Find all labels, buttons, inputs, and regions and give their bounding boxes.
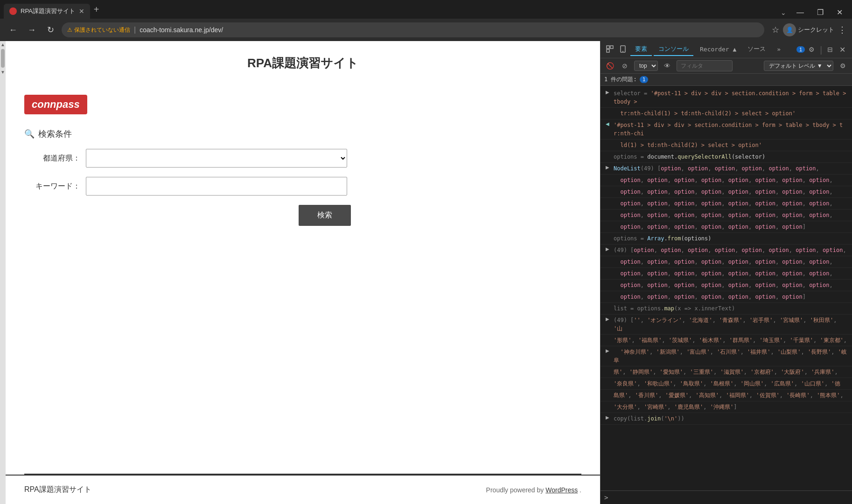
devtools-badge-button[interactable]: 1: [796, 46, 805, 53]
scroll-down-arrow[interactable]: ▼: [0, 70, 5, 75]
prefecture-row: 都道府県： オンライン 北海道 青森県 岩手県 宮城県 秋田県 山形県 福島県 …: [24, 149, 581, 168]
maximize-button[interactable]: ❐: [811, 6, 829, 19]
profile-button[interactable]: 👤: [783, 23, 796, 36]
level-selector[interactable]: デフォルト レベル ▼: [764, 61, 833, 71]
expand-arrow[interactable]: ▶: [604, 414, 611, 420]
expand-arrow[interactable]: ▶: [604, 246, 611, 252]
issues-bar: 1 件の問題: 1: [601, 74, 852, 86]
console-entry-nodelist-cont5: option, option, option, option, option, …: [601, 221, 852, 233]
console-text-5: options = Array.from(options): [614, 234, 848, 243]
console-entry-nodelist-cont4: option, option, option, option, option, …: [601, 210, 852, 221]
console-text-nodelist: NodeList(49) [option, option, option, op…: [614, 164, 848, 173]
console-entry-8-cont6: '大分県', '宮崎県', '鹿児島県', '沖縄県']: [601, 401, 852, 413]
devtools-dock-button[interactable]: ⊟: [825, 45, 835, 54]
expand-arrow[interactable]: [604, 304, 611, 305]
console-entry-7: list = options.map(x => x.innerText): [601, 303, 852, 315]
url-text: coach-tomi.sakura.ne.jp/dev/: [140, 26, 759, 34]
console-entry-cont: tr:nth-child(1) > td:nth-child(2) > sele…: [601, 108, 852, 119]
console-text-6-cont4: option, option, option, option, option, …: [614, 293, 848, 301]
console-text-nodelist-cont5: option, option, option, option, option, …: [614, 223, 848, 231]
search-button[interactable]: 検索: [299, 205, 351, 226]
devtools-toolbar: 要素 コンソール Recorder ▲ ソース » 1 ⚙ | ⊟ ✕: [601, 41, 852, 58]
close-window-button[interactable]: ✕: [831, 6, 848, 19]
console-text-7: list = options.map(x => x.innerText): [614, 304, 848, 313]
context-selector[interactable]: top: [634, 61, 658, 71]
devtools-inspect-button[interactable]: [604, 44, 615, 55]
console-entry-nodelist-cont3: option, option, option, option, option, …: [601, 198, 852, 210]
console-text-nodelist-cont3: option, option, option, option, option, …: [614, 199, 848, 208]
search-button-row: 検索: [24, 205, 351, 226]
scroll-up-arrow[interactable]: ▲: [0, 42, 5, 47]
svg-point-4: [622, 51, 623, 52]
devtools-actions: 1 ⚙ | ⊟ ✕: [796, 44, 848, 55]
console-text-result: '#post-11 > div > div > section.conditio…: [614, 121, 848, 138]
console-block-button[interactable]: ⊘: [619, 60, 630, 71]
forward-button[interactable]: →: [24, 22, 39, 37]
devtools-close-button[interactable]: ✕: [837, 44, 848, 55]
console-text-8-cont6: '大分県', '宮崎県', '鹿児島県', '沖縄県']: [614, 403, 848, 411]
secret-label: シークレット: [798, 26, 834, 34]
tab-list-button[interactable]: ⌄: [778, 8, 789, 17]
devtools-device-button[interactable]: [617, 44, 629, 55]
console-entry-6-cont1: option, option, option, option, option, …: [601, 256, 852, 268]
expand-arrow[interactable]: [604, 153, 611, 154]
devtools-tab-more[interactable]: »: [772, 44, 785, 56]
console-text-8-cont3: 県', '静岡県', '愛知県', '三重県', '滋賀県', '京都府', '…: [614, 368, 848, 376]
filter-input[interactable]: [677, 60, 733, 71]
connpass-logo[interactable]: connpass: [24, 95, 87, 114]
back-button[interactable]: ←: [6, 22, 21, 37]
wordpress-link[interactable]: WordPress: [545, 486, 578, 494]
scroll-thumb[interactable]: [1, 49, 5, 68]
expand-arrow[interactable]: ▶: [604, 348, 611, 354]
devtools-tab-recorder[interactable]: Recorder ▲: [695, 44, 741, 56]
svg-rect-1: [610, 46, 613, 49]
console-text-9: copy(list.join('\n')): [614, 414, 848, 423]
console-entry-6-cont2: option, option, option, option, option, …: [601, 268, 852, 280]
console-input[interactable]: [610, 494, 848, 501]
devtools-tab-console[interactable]: コンソール: [654, 43, 693, 56]
url-bar[interactable]: ⚠ 保護されていない通信 | coach-tomi.sakura.ne.jp/d…: [62, 22, 764, 37]
prefecture-label: 都道府県：: [24, 154, 80, 163]
console-text-3: options = document.querySelectorAll(sele…: [614, 153, 848, 161]
console-entry-nodelist-cont1: option, option, option, option, option, …: [601, 175, 852, 186]
tab-bar: RPA課題演習サイト ✕ + ⌄ — ❐ ✕: [0, 0, 852, 19]
tab-title: RPA課題演習サイト: [21, 7, 75, 15]
expand-arrow[interactable]: [604, 234, 611, 235]
settings-cog-button[interactable]: ⚙: [837, 60, 848, 71]
security-indicator: ⚠ 保護されていない通信: [67, 26, 130, 34]
devtools-settings-button[interactable]: ⚙: [807, 45, 817, 54]
prefecture-select[interactable]: オンライン 北海道 青森県 岩手県 宮城県 秋田県 山形県 福島県 茨城県 栃木…: [86, 149, 347, 168]
webpage-content: RPA課題演習サイト connpass 🔍 検索条件 都道府県： オンライン 北…: [6, 41, 600, 504]
devtools-toolbar2: 🚫 ⊘ top 👁 デフォルト レベル ▼ ⚙: [601, 58, 852, 74]
active-tab[interactable]: RPA課題演習サイト ✕: [4, 4, 90, 19]
console-entry-3: options = document.querySelectorAll(sele…: [601, 151, 852, 163]
console-entry-8-cont5: 島県', '香川県', '愛媛県', '高知県', '福岡県', '佐賀県', …: [601, 390, 852, 401]
tab-favicon: [9, 7, 17, 15]
bookmark-button[interactable]: ☆: [772, 25, 779, 35]
devtools-tab-elements[interactable]: 要素: [630, 43, 652, 56]
console-text-8-cont4: '奈良県', '和歌山県', '鳥取県', '島根県', '岡山県', '広島県…: [614, 379, 848, 388]
webpage-footer: RPA課題演習サイト Proudly powered by WordPress …: [6, 475, 600, 504]
console-prompt: >: [604, 494, 608, 501]
devtools-console[interactable]: ▶ selector = '#post-11 > div > div > sec…: [601, 86, 852, 490]
footer-powered: Proudly powered by WordPress .: [486, 486, 581, 494]
expand-arrow[interactable]: ◀: [604, 121, 611, 127]
expand-arrow[interactable]: ▶: [604, 316, 611, 322]
console-clear-button[interactable]: 🚫: [604, 60, 615, 71]
keyword-input[interactable]: [86, 177, 347, 196]
eye-button[interactable]: 👁: [662, 60, 673, 71]
console-entry-8: ▶ (49) ['', 'オンライン', '北海道', '青森県', '岩手県'…: [601, 315, 852, 335]
search-section: 🔍 検索条件 都道府県： オンライン 北海道 青森県 岩手県 宮城県 秋田県 山…: [6, 128, 600, 226]
page-scrollbar[interactable]: ▲ ▼: [0, 41, 6, 504]
expand-arrow[interactable]: ▶: [604, 164, 611, 170]
page-title: RPA課題演習サイト: [6, 55, 600, 71]
minimize-button[interactable]: —: [791, 7, 810, 19]
console-entry-nodelist: ▶ NodeList(49) [option, option, option, …: [601, 163, 852, 175]
expand-arrow[interactable]: ▶: [604, 89, 611, 95]
tab-close-button[interactable]: ✕: [79, 7, 84, 15]
devtools-tab-sources[interactable]: ソース: [743, 43, 770, 56]
new-tab-button[interactable]: +: [90, 4, 103, 15]
reload-button[interactable]: ↻: [43, 22, 58, 37]
browser-menu-button[interactable]: ⋮: [838, 25, 846, 35]
keyword-label: キーワード：: [24, 182, 80, 191]
